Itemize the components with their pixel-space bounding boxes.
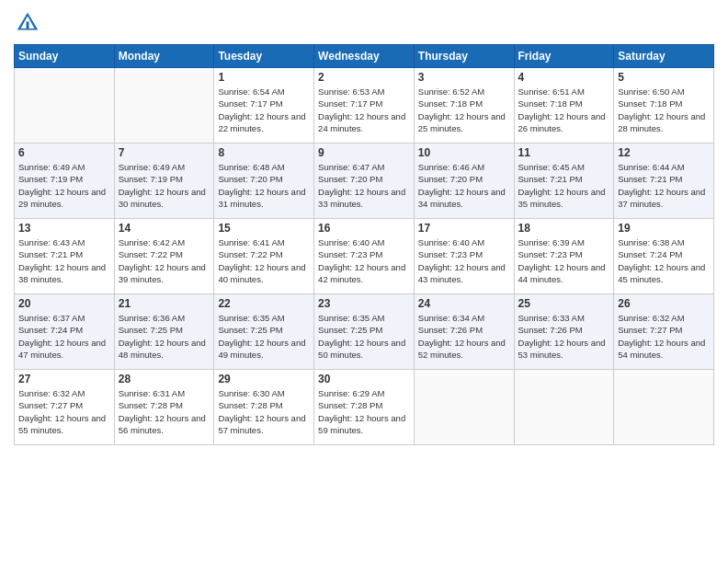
- day-number: 30: [318, 373, 410, 385]
- calendar-day-cell: 14Sunrise: 6:42 AM Sunset: 7:22 PM Dayli…: [114, 219, 214, 294]
- day-info: Sunrise: 6:40 AM Sunset: 7:23 PM Dayligh…: [418, 236, 510, 285]
- day-info: Sunrise: 6:36 AM Sunset: 7:25 PM Dayligh…: [119, 312, 210, 361]
- day-info: Sunrise: 6:32 AM Sunset: 7:27 PM Dayligh…: [18, 387, 110, 436]
- day-number: 22: [218, 297, 310, 310]
- day-info: Sunrise: 6:35 AM Sunset: 7:25 PM Dayligh…: [218, 312, 310, 361]
- day-info: Sunrise: 6:29 AM Sunset: 7:28 PM Dayligh…: [318, 387, 410, 436]
- day-info: Sunrise: 6:46 AM Sunset: 7:20 PM Dayligh…: [418, 161, 510, 210]
- day-info: Sunrise: 6:32 AM Sunset: 7:27 PM Dayligh…: [618, 312, 710, 361]
- calendar-week-row: 27Sunrise: 6:32 AM Sunset: 7:27 PM Dayli…: [15, 370, 714, 445]
- calendar-day-cell: 30Sunrise: 6:29 AM Sunset: 7:28 PM Dayli…: [314, 370, 415, 445]
- weekday-header: Tuesday: [214, 45, 314, 68]
- day-info: Sunrise: 6:42 AM Sunset: 7:22 PM Dayligh…: [119, 236, 210, 285]
- calendar-table: SundayMondayTuesdayWednesdayThursdayFrid…: [14, 44, 714, 445]
- day-number: 17: [418, 222, 510, 235]
- day-number: 27: [18, 373, 110, 385]
- day-info: Sunrise: 6:50 AM Sunset: 7:18 PM Dayligh…: [618, 86, 710, 134]
- calendar-day-cell: 12Sunrise: 6:44 AM Sunset: 7:21 PM Dayli…: [614, 144, 714, 219]
- calendar-day-cell: 10Sunrise: 6:46 AM Sunset: 7:20 PM Dayli…: [414, 144, 514, 219]
- day-number: 13: [18, 222, 110, 235]
- day-info: Sunrise: 6:45 AM Sunset: 7:21 PM Dayligh…: [518, 161, 610, 210]
- day-info: Sunrise: 6:49 AM Sunset: 7:19 PM Dayligh…: [119, 161, 210, 210]
- day-info: Sunrise: 6:34 AM Sunset: 7:26 PM Dayligh…: [418, 312, 510, 361]
- calendar-day-cell: 25Sunrise: 6:33 AM Sunset: 7:26 PM Dayli…: [514, 294, 614, 370]
- day-number: 23: [318, 297, 410, 310]
- page: SundayMondayTuesdayWednesdayThursdayFrid…: [0, 0, 728, 563]
- calendar-day-cell: 27Sunrise: 6:32 AM Sunset: 7:27 PM Dayli…: [15, 370, 115, 445]
- day-info: Sunrise: 6:41 AM Sunset: 7:22 PM Dayligh…: [218, 236, 310, 285]
- day-number: 16: [318, 222, 410, 235]
- day-info: Sunrise: 6:33 AM Sunset: 7:26 PM Dayligh…: [518, 312, 610, 361]
- day-number: 3: [418, 71, 510, 84]
- day-number: 6: [18, 146, 110, 159]
- calendar-day-cell: 26Sunrise: 6:32 AM Sunset: 7:27 PM Dayli…: [614, 294, 714, 370]
- day-number: 9: [318, 146, 410, 159]
- day-number: 26: [618, 297, 710, 310]
- calendar-day-cell: 17Sunrise: 6:40 AM Sunset: 7:23 PM Dayli…: [414, 219, 514, 294]
- calendar-day-cell: 18Sunrise: 6:39 AM Sunset: 7:23 PM Dayli…: [514, 219, 614, 294]
- day-info: Sunrise: 6:31 AM Sunset: 7:28 PM Dayligh…: [119, 387, 210, 436]
- calendar-day-cell: 4Sunrise: 6:51 AM Sunset: 7:18 PM Daylig…: [514, 68, 614, 144]
- day-info: Sunrise: 6:53 AM Sunset: 7:17 PM Dayligh…: [318, 86, 410, 134]
- calendar-day-cell: 22Sunrise: 6:35 AM Sunset: 7:25 PM Dayli…: [214, 294, 314, 370]
- day-number: 29: [218, 373, 310, 385]
- weekday-header: Thursday: [414, 45, 514, 68]
- calendar-day-cell: 8Sunrise: 6:48 AM Sunset: 7:20 PM Daylig…: [214, 144, 314, 219]
- day-number: 15: [218, 222, 310, 235]
- calendar-day-cell: [514, 370, 614, 445]
- day-number: 4: [518, 71, 610, 84]
- logo: [14, 9, 45, 37]
- day-number: 20: [18, 297, 110, 310]
- calendar-day-cell: 20Sunrise: 6:37 AM Sunset: 7:24 PM Dayli…: [15, 294, 115, 370]
- weekday-header: Sunday: [15, 45, 115, 68]
- day-number: 24: [418, 297, 510, 310]
- calendar-day-cell: 21Sunrise: 6:36 AM Sunset: 7:25 PM Dayli…: [114, 294, 214, 370]
- day-number: 12: [618, 146, 710, 159]
- header: [14, 9, 714, 37]
- calendar-header-row: SundayMondayTuesdayWednesdayThursdayFrid…: [15, 45, 714, 68]
- calendar-day-cell: 11Sunrise: 6:45 AM Sunset: 7:21 PM Dayli…: [514, 144, 614, 219]
- day-info: Sunrise: 6:43 AM Sunset: 7:21 PM Dayligh…: [18, 236, 110, 285]
- day-number: 11: [518, 146, 610, 159]
- day-number: 5: [618, 71, 710, 84]
- calendar-day-cell: 16Sunrise: 6:40 AM Sunset: 7:23 PM Dayli…: [314, 219, 415, 294]
- day-number: 18: [518, 222, 610, 235]
- weekday-header: Saturday: [614, 45, 714, 68]
- calendar-day-cell: 7Sunrise: 6:49 AM Sunset: 7:19 PM Daylig…: [114, 144, 214, 219]
- calendar-day-cell: 1Sunrise: 6:54 AM Sunset: 7:17 PM Daylig…: [214, 68, 314, 144]
- calendar-week-row: 1Sunrise: 6:54 AM Sunset: 7:17 PM Daylig…: [15, 68, 714, 144]
- calendar-day-cell: [15, 68, 115, 144]
- calendar-day-cell: 5Sunrise: 6:50 AM Sunset: 7:18 PM Daylig…: [614, 68, 714, 144]
- calendar-day-cell: 15Sunrise: 6:41 AM Sunset: 7:22 PM Dayli…: [214, 219, 314, 294]
- day-info: Sunrise: 6:44 AM Sunset: 7:21 PM Dayligh…: [618, 161, 710, 210]
- calendar-day-cell: [614, 370, 714, 445]
- day-number: 8: [218, 146, 310, 159]
- day-info: Sunrise: 6:47 AM Sunset: 7:20 PM Dayligh…: [318, 161, 410, 210]
- calendar-day-cell: 3Sunrise: 6:52 AM Sunset: 7:18 PM Daylig…: [414, 68, 514, 144]
- calendar-day-cell: 29Sunrise: 6:30 AM Sunset: 7:28 PM Dayli…: [214, 370, 314, 445]
- day-info: Sunrise: 6:39 AM Sunset: 7:23 PM Dayligh…: [518, 236, 610, 285]
- day-number: 2: [318, 71, 410, 84]
- day-info: Sunrise: 6:49 AM Sunset: 7:19 PM Dayligh…: [18, 161, 110, 210]
- day-number: 19: [618, 222, 710, 235]
- day-info: Sunrise: 6:37 AM Sunset: 7:24 PM Dayligh…: [18, 312, 110, 361]
- day-number: 7: [119, 146, 210, 159]
- calendar-day-cell: 19Sunrise: 6:38 AM Sunset: 7:24 PM Dayli…: [614, 219, 714, 294]
- weekday-header: Wednesday: [314, 45, 415, 68]
- weekday-header: Friday: [514, 45, 614, 68]
- calendar-day-cell: [414, 370, 514, 445]
- day-number: 14: [119, 222, 210, 235]
- calendar-day-cell: 23Sunrise: 6:35 AM Sunset: 7:25 PM Dayli…: [314, 294, 415, 370]
- day-info: Sunrise: 6:30 AM Sunset: 7:28 PM Dayligh…: [218, 387, 310, 436]
- day-number: 28: [119, 373, 210, 385]
- calendar-week-row: 13Sunrise: 6:43 AM Sunset: 7:21 PM Dayli…: [15, 219, 714, 294]
- day-info: Sunrise: 6:40 AM Sunset: 7:23 PM Dayligh…: [318, 236, 410, 285]
- day-number: 10: [418, 146, 510, 159]
- day-info: Sunrise: 6:52 AM Sunset: 7:18 PM Dayligh…: [418, 86, 510, 134]
- calendar-day-cell: 28Sunrise: 6:31 AM Sunset: 7:28 PM Dayli…: [114, 370, 214, 445]
- day-number: 21: [119, 297, 210, 310]
- calendar-day-cell: 24Sunrise: 6:34 AM Sunset: 7:26 PM Dayli…: [414, 294, 514, 370]
- day-number: 25: [518, 297, 610, 310]
- day-info: Sunrise: 6:38 AM Sunset: 7:24 PM Dayligh…: [618, 236, 710, 285]
- calendar-week-row: 20Sunrise: 6:37 AM Sunset: 7:24 PM Dayli…: [15, 294, 714, 370]
